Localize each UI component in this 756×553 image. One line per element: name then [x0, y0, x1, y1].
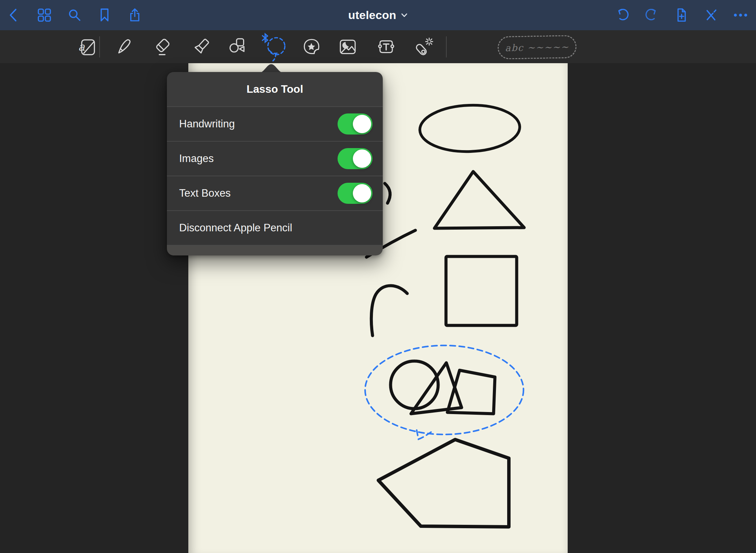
document-title-menu[interactable]: utelecon: [348, 0, 408, 30]
popover-body: Lasso Tool Handwriting Images Text Boxes…: [167, 72, 383, 255]
share-icon[interactable]: [127, 7, 143, 23]
popover-caret: [259, 64, 283, 73]
popover-footer: [167, 245, 383, 255]
disconnect-apple-pencil-button[interactable]: Disconnect Apple Pencil: [167, 210, 383, 245]
popover-header: Lasso Tool: [167, 72, 383, 106]
topbar-right-group: [614, 0, 749, 30]
bookmark-icon[interactable]: [97, 7, 113, 23]
toolbar-separator: [446, 36, 447, 57]
redo-icon[interactable]: [644, 7, 660, 23]
text-boxes-toggle[interactable]: [338, 183, 373, 204]
svg-text:a: a: [78, 40, 85, 53]
undo-icon[interactable]: [614, 7, 630, 23]
laser-pointer-tool[interactable]: [414, 37, 433, 57]
toggle-label: Text Boxes: [179, 187, 231, 199]
lasso-tool[interactable]: [260, 31, 288, 63]
highlighter-tool[interactable]: [192, 37, 211, 57]
drawing-toolbar: a: [0, 30, 756, 63]
handwriting-hint-text: abc ~~~~~: [505, 41, 569, 53]
page-edit-tool[interactable]: a: [78, 37, 97, 57]
eraser-tool[interactable]: [153, 37, 173, 57]
topbar-left-group: [0, 7, 143, 23]
page-title: utelecon: [348, 8, 396, 22]
pen-off-icon[interactable]: [703, 7, 719, 23]
toolbar-separator: [99, 36, 100, 57]
toggle-row-handwriting: Handwriting: [167, 106, 383, 141]
toggle-row-images: Images: [167, 141, 383, 176]
text-box-tool[interactable]: [376, 37, 396, 57]
toggle-knob: [353, 149, 371, 168]
toggle-knob: [353, 115, 371, 133]
photo-tool[interactable]: [338, 37, 358, 57]
toggle-label: Images: [179, 153, 214, 165]
back-icon[interactable]: [6, 7, 22, 23]
pen-tool[interactable]: [114, 37, 134, 57]
more-icon[interactable]: [733, 7, 749, 23]
shapes-tool[interactable]: [227, 37, 247, 57]
toggle-knob: [353, 184, 371, 202]
toggle-row-text-boxes: Text Boxes: [167, 176, 383, 210]
top-navigation-bar: utelecon: [0, 0, 756, 30]
popover-title: Lasso Tool: [246, 83, 303, 95]
add-page-icon[interactable]: [673, 7, 689, 23]
sticker-tool[interactable]: [302, 37, 321, 57]
bluetooth-icon: [262, 34, 268, 42]
toggle-label: Handwriting: [179, 118, 235, 130]
search-icon[interactable]: [67, 7, 83, 23]
images-toggle[interactable]: [338, 148, 373, 169]
handwriting-hint-oval: abc ~~~~~: [497, 35, 577, 59]
pages-grid-icon[interactable]: [36, 7, 52, 23]
disconnect-apple-pencil-label: Disconnect Apple Pencil: [179, 222, 292, 234]
chevron-down-icon: [401, 13, 408, 18]
handwriting-toggle[interactable]: [338, 113, 373, 135]
